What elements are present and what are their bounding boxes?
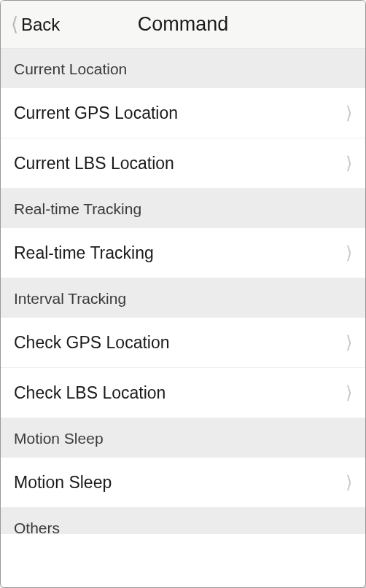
item-realtime-tracking[interactable]: Real-time Tracking ⟩ bbox=[1, 228, 365, 278]
list-item-label: Motion Sleep bbox=[14, 473, 112, 493]
section-header-current-location: Current Location bbox=[1, 49, 365, 88]
list-item-label: Real-time Tracking bbox=[14, 243, 154, 263]
list-item-label: Current GPS Location bbox=[14, 103, 178, 123]
content-list: Current Location Current GPS Location ⟩ … bbox=[1, 49, 365, 587]
section-header-interval-tracking: Interval Tracking bbox=[1, 278, 365, 318]
item-check-gps-location[interactable]: Check GPS Location ⟩ bbox=[1, 318, 365, 368]
item-motion-sleep[interactable]: Motion Sleep ⟩ bbox=[1, 458, 365, 508]
chevron-right-icon: ⟩ bbox=[346, 332, 352, 353]
chevron-right-icon: ⟩ bbox=[346, 153, 352, 173]
chevron-right-icon: ⟩ bbox=[346, 103, 352, 123]
section-header-others: Others bbox=[1, 508, 365, 534]
app-frame: ⟨ Back Command Current Location Current … bbox=[0, 0, 366, 588]
item-current-lbs-location[interactable]: Current LBS Location ⟩ bbox=[1, 138, 365, 189]
back-button[interactable]: ⟨ Back bbox=[11, 13, 60, 36]
chevron-right-icon: ⟩ bbox=[346, 472, 352, 493]
list-item-label: Current LBS Location bbox=[14, 154, 174, 173]
list-item-label: Check LBS Location bbox=[14, 383, 166, 403]
back-label: Back bbox=[21, 15, 60, 35]
chevron-left-icon: ⟨ bbox=[11, 13, 18, 36]
section-header-realtime-tracking: Real-time Tracking bbox=[1, 189, 365, 228]
chevron-right-icon: ⟩ bbox=[346, 383, 352, 403]
item-check-lbs-location[interactable]: Check LBS Location ⟩ bbox=[1, 368, 365, 418]
chevron-right-icon: ⟩ bbox=[346, 243, 352, 263]
header-bar: ⟨ Back Command bbox=[1, 1, 365, 49]
item-current-gps-location[interactable]: Current GPS Location ⟩ bbox=[1, 88, 365, 138]
list-item-label: Check GPS Location bbox=[14, 333, 170, 353]
section-header-motion-sleep: Motion Sleep bbox=[1, 418, 365, 458]
